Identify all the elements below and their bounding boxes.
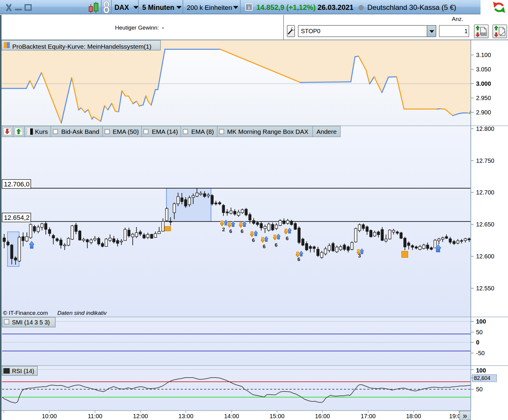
svg-text:EMA (14): EMA (14) [152,128,178,135]
svg-text:100: 100 [476,318,486,325]
svg-text:6: 6 [263,244,265,249]
svg-text:6: 6 [275,242,277,248]
svg-text:100: 100 [476,367,486,374]
svg-text:12.650: 12.650 [476,221,494,228]
svg-text:RSI (14): RSI (14) [12,368,34,374]
svg-text:Andere: Andere [316,128,337,135]
svg-text:50: 50 [476,329,483,335]
svg-text:© IT-Finance.com: © IT-Finance.com [3,310,48,316]
svg-text:18:00: 18:00 [406,413,421,419]
svg-text:12.800: 12.800 [476,125,494,132]
svg-text:EMA (50): EMA (50) [113,128,139,135]
svg-text:11:00: 11:00 [88,413,102,419]
svg-text:3.000: 3.000 [476,80,491,87]
svg-text:6: 6 [252,237,255,243]
svg-text:12.750: 12.750 [476,157,494,164]
svg-text:3.050: 3.050 [476,66,491,73]
svg-text:16:00: 16:00 [315,413,330,419]
svg-text:12.700: 12.700 [476,189,494,196]
svg-text:14:00: 14:00 [224,413,239,419]
svg-text:Daten sind indikativ: Daten sind indikativ [57,310,107,316]
svg-text:15:00: 15:00 [270,413,284,419]
svg-text:13:00: 13:00 [178,413,193,419]
svg-text:2: 2 [222,227,225,232]
svg-text:0: 0 [476,339,479,346]
svg-text:6: 6 [229,229,232,234]
svg-text:3: 3 [358,253,361,259]
svg-text:MK Morning Range Box DAX: MK Morning Range Box DAX [227,128,308,135]
svg-text:12.654,2: 12.654,2 [4,214,30,221]
svg-text:6: 6 [297,257,300,262]
svg-text:82,604: 82,604 [474,375,490,381]
svg-text:2.950: 2.950 [476,95,491,101]
svg-text:Bid-Ask Band: Bid-Ask Band [61,128,99,135]
svg-text:6: 6 [286,236,288,241]
svg-text:17:00: 17:00 [361,413,376,419]
svg-text:»: » [463,411,467,420]
svg-text:12.550: 12.550 [476,285,494,292]
svg-text:-50: -50 [476,350,485,356]
svg-text:2.900: 2.900 [476,109,491,116]
svg-text:12.600: 12.600 [476,253,494,260]
svg-text:6: 6 [241,229,243,234]
svg-text:12:00: 12:00 [133,413,148,419]
svg-text:SMI (14 3 5 3): SMI (14 3 5 3) [12,319,50,326]
svg-text:3.100: 3.100 [476,52,491,58]
svg-text:50: 50 [476,386,483,393]
svg-text:12.706,0: 12.706,0 [4,180,30,188]
svg-text:10:00: 10:00 [42,413,57,419]
svg-text:ProBacktest Equity-Kurve: Mein: ProBacktest Equity-Kurve: MeinHandelssys… [12,43,152,50]
svg-text:Kurs: Kurs [35,128,48,135]
svg-text:EMA (8): EMA (8) [191,128,214,135]
